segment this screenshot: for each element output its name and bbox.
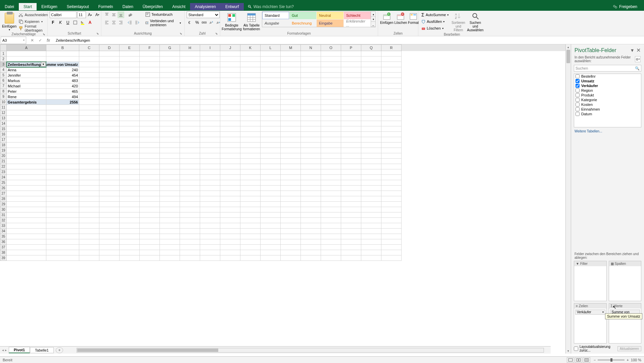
column-header-D[interactable]: D bbox=[99, 44, 120, 51]
name-box[interactable]: A3▾ bbox=[1, 37, 26, 44]
column-header-C[interactable]: C bbox=[79, 44, 99, 51]
field-verkäufer[interactable]: Verkäufer bbox=[574, 83, 641, 88]
copy-button[interactable]: Kopieren▾ bbox=[17, 18, 49, 25]
cell-C33[interactable] bbox=[79, 223, 99, 229]
cell-R12[interactable] bbox=[381, 110, 402, 116]
cell-B4[interactable]: 240 bbox=[46, 67, 79, 73]
cell-O2[interactable] bbox=[321, 56, 341, 62]
cell-D10[interactable] bbox=[99, 99, 120, 105]
cell-Q1[interactable] bbox=[361, 51, 381, 56]
cell-N23[interactable] bbox=[301, 169, 321, 175]
cell-G29[interactable] bbox=[160, 202, 180, 207]
cell-J29[interactable] bbox=[220, 202, 240, 207]
cell-M10[interactable] bbox=[281, 99, 301, 105]
cell-M20[interactable] bbox=[281, 153, 301, 159]
cell-M6[interactable] bbox=[281, 78, 301, 83]
cell-I23[interactable] bbox=[200, 169, 220, 175]
cell-R27[interactable] bbox=[381, 191, 402, 196]
cell-A17[interactable] bbox=[7, 137, 46, 143]
italic-button[interactable]: K bbox=[57, 19, 64, 26]
cell-L32[interactable] bbox=[261, 218, 281, 223]
cell-F15[interactable] bbox=[140, 126, 160, 132]
underline-button[interactable]: U bbox=[64, 19, 71, 26]
cell-Q6[interactable] bbox=[361, 78, 381, 83]
cell-F19[interactable] bbox=[140, 148, 160, 153]
cell-F39[interactable] bbox=[140, 255, 160, 261]
cell-Q37[interactable] bbox=[361, 245, 381, 250]
cell-O37[interactable] bbox=[321, 245, 341, 250]
field-checkbox-kategorie[interactable] bbox=[576, 98, 580, 102]
cell-F38[interactable] bbox=[140, 250, 160, 255]
enter-formula-button[interactable]: ✓ bbox=[36, 37, 44, 44]
cell-B9[interactable]: 494 bbox=[46, 94, 79, 99]
cell-A26[interactable] bbox=[7, 186, 46, 191]
cell-G12[interactable] bbox=[160, 110, 180, 116]
cell-E8[interactable] bbox=[120, 89, 140, 94]
tab-datei[interactable]: Datei bbox=[0, 3, 19, 10]
cell-H26[interactable] bbox=[180, 186, 200, 191]
cell-I15[interactable] bbox=[200, 126, 220, 132]
column-header-O[interactable]: O bbox=[321, 44, 341, 51]
cell-O20[interactable] bbox=[321, 153, 341, 159]
cell-R11[interactable] bbox=[381, 105, 402, 110]
cell-Q28[interactable] bbox=[361, 196, 381, 202]
bold-button[interactable]: F bbox=[50, 19, 56, 26]
cell-E11[interactable] bbox=[120, 105, 140, 110]
cell-P31[interactable] bbox=[341, 212, 361, 218]
cell-L20[interactable] bbox=[261, 153, 281, 159]
cell-C6[interactable] bbox=[79, 78, 99, 83]
cell-O22[interactable] bbox=[321, 164, 341, 169]
cell-B24[interactable] bbox=[46, 175, 79, 180]
cell-O9[interactable] bbox=[321, 94, 341, 99]
cell-R39[interactable] bbox=[381, 255, 402, 261]
cell-A25[interactable] bbox=[7, 180, 46, 186]
field-checkbox-umsatz[interactable] bbox=[576, 79, 580, 83]
cell-M30[interactable] bbox=[281, 207, 301, 212]
cell-J17[interactable] bbox=[220, 137, 240, 143]
cell-P30[interactable] bbox=[341, 207, 361, 212]
cell-B38[interactable] bbox=[46, 250, 79, 255]
cell-R21[interactable] bbox=[381, 159, 402, 164]
cell-L18[interactable] bbox=[261, 143, 281, 148]
cell-E20[interactable] bbox=[120, 153, 140, 159]
row-header-14[interactable]: 14 bbox=[0, 121, 7, 126]
field-kosten[interactable]: Kosten bbox=[574, 102, 641, 107]
cell-O3[interactable] bbox=[321, 62, 341, 67]
font-color-button[interactable]: A bbox=[87, 19, 93, 26]
cell-R34[interactable] bbox=[381, 229, 402, 234]
cell-E27[interactable] bbox=[120, 191, 140, 196]
tab-ueberpruefen[interactable]: Überprüfen bbox=[138, 3, 168, 10]
cell-K2[interactable] bbox=[240, 56, 261, 62]
cell-O31[interactable] bbox=[321, 212, 341, 218]
column-header-B[interactable]: B bbox=[46, 44, 79, 51]
cell-D16[interactable] bbox=[99, 132, 120, 137]
cell-E7[interactable] bbox=[120, 83, 140, 89]
cell-O16[interactable] bbox=[321, 132, 341, 137]
cell-I21[interactable] bbox=[200, 159, 220, 164]
cell-N24[interactable] bbox=[301, 175, 321, 180]
cell-P15[interactable] bbox=[341, 126, 361, 132]
column-header-L[interactable]: L bbox=[261, 44, 281, 51]
cell-G32[interactable] bbox=[160, 218, 180, 223]
cell-B34[interactable] bbox=[46, 229, 79, 234]
cell-H19[interactable] bbox=[180, 148, 200, 153]
cell-J31[interactable] bbox=[220, 212, 240, 218]
cell-R18[interactable] bbox=[381, 143, 402, 148]
cell-D23[interactable] bbox=[99, 169, 120, 175]
cell-C20[interactable] bbox=[79, 153, 99, 159]
cell-O29[interactable] bbox=[321, 202, 341, 207]
align-center-button[interactable] bbox=[110, 19, 117, 26]
cell-R14[interactable] bbox=[381, 121, 402, 126]
cell-I24[interactable] bbox=[200, 175, 220, 180]
border-button[interactable] bbox=[72, 19, 79, 26]
cell-G27[interactable] bbox=[160, 191, 180, 196]
cell-H7[interactable] bbox=[180, 83, 200, 89]
cell-C12[interactable] bbox=[79, 110, 99, 116]
cell-N27[interactable] bbox=[301, 191, 321, 196]
cell-I7[interactable] bbox=[200, 83, 220, 89]
cell-L8[interactable] bbox=[261, 89, 281, 94]
cell-N15[interactable] bbox=[301, 126, 321, 132]
field-checkbox-datum[interactable] bbox=[576, 112, 580, 116]
cell-M13[interactable] bbox=[281, 116, 301, 121]
cell-K24[interactable] bbox=[240, 175, 261, 180]
